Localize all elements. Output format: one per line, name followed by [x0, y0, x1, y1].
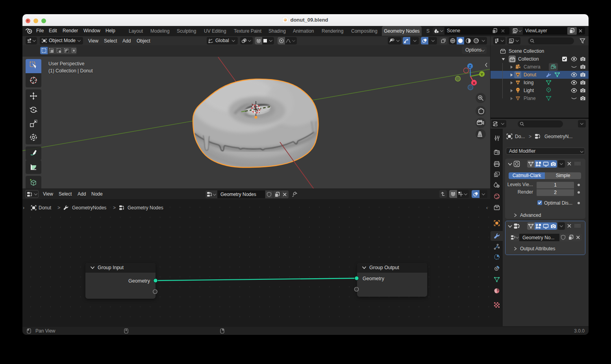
svg-text:Z: Z	[469, 64, 471, 68]
svg-text:X: X	[473, 81, 476, 85]
svg-text:Y: Y	[481, 72, 483, 76]
